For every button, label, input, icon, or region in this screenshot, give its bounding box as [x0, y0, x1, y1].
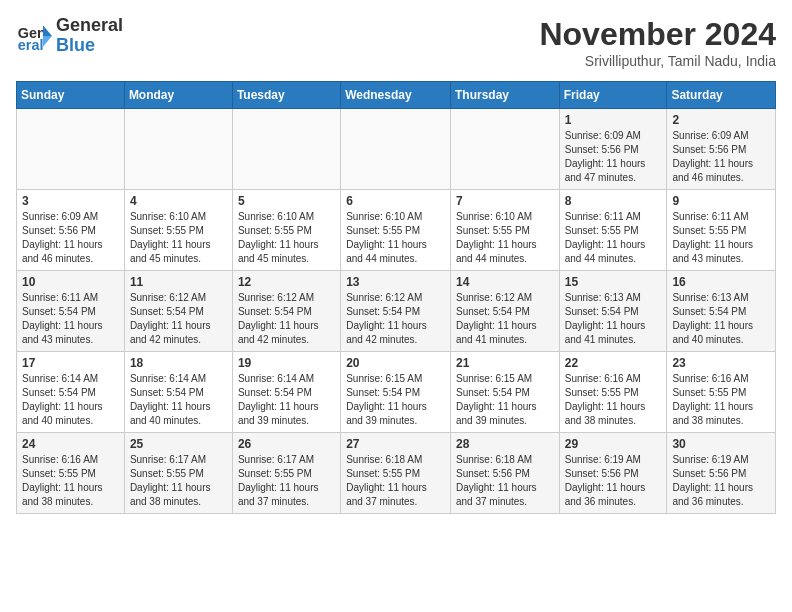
calendar-cell: 13Sunrise: 6:12 AMSunset: 5:54 PMDayligh…	[341, 271, 451, 352]
day-number: 29	[565, 437, 662, 451]
calendar-cell: 7Sunrise: 6:10 AMSunset: 5:55 PMDaylight…	[450, 190, 559, 271]
calendar-cell: 14Sunrise: 6:12 AMSunset: 5:54 PMDayligh…	[450, 271, 559, 352]
svg-marker-3	[43, 36, 52, 47]
day-info: Sunrise: 6:12 AMSunset: 5:54 PMDaylight:…	[456, 291, 554, 347]
day-info: Sunrise: 6:12 AMSunset: 5:54 PMDaylight:…	[130, 291, 227, 347]
day-info: Sunrise: 6:14 AMSunset: 5:54 PMDaylight:…	[130, 372, 227, 428]
calendar-cell	[124, 109, 232, 190]
day-info: Sunrise: 6:17 AMSunset: 5:55 PMDaylight:…	[238, 453, 335, 509]
svg-text:eral: eral	[18, 37, 44, 53]
logo-icon: Gen eral	[16, 18, 52, 54]
day-info: Sunrise: 6:09 AMSunset: 5:56 PMDaylight:…	[565, 129, 662, 185]
day-info: Sunrise: 6:10 AMSunset: 5:55 PMDaylight:…	[456, 210, 554, 266]
calendar-header-friday: Friday	[559, 82, 667, 109]
calendar-cell: 27Sunrise: 6:18 AMSunset: 5:55 PMDayligh…	[341, 433, 451, 514]
calendar-cell: 16Sunrise: 6:13 AMSunset: 5:54 PMDayligh…	[667, 271, 776, 352]
calendar-cell: 15Sunrise: 6:13 AMSunset: 5:54 PMDayligh…	[559, 271, 667, 352]
calendar-cell: 28Sunrise: 6:18 AMSunset: 5:56 PMDayligh…	[450, 433, 559, 514]
day-number: 27	[346, 437, 445, 451]
day-info: Sunrise: 6:10 AMSunset: 5:55 PMDaylight:…	[346, 210, 445, 266]
calendar-header-tuesday: Tuesday	[232, 82, 340, 109]
day-info: Sunrise: 6:19 AMSunset: 5:56 PMDaylight:…	[672, 453, 770, 509]
calendar-cell: 10Sunrise: 6:11 AMSunset: 5:54 PMDayligh…	[17, 271, 125, 352]
day-number: 22	[565, 356, 662, 370]
calendar-cell: 25Sunrise: 6:17 AMSunset: 5:55 PMDayligh…	[124, 433, 232, 514]
calendar-week-5: 24Sunrise: 6:16 AMSunset: 5:55 PMDayligh…	[17, 433, 776, 514]
day-number: 18	[130, 356, 227, 370]
calendar-cell: 30Sunrise: 6:19 AMSunset: 5:56 PMDayligh…	[667, 433, 776, 514]
calendar-cell: 17Sunrise: 6:14 AMSunset: 5:54 PMDayligh…	[17, 352, 125, 433]
day-info: Sunrise: 6:12 AMSunset: 5:54 PMDaylight:…	[346, 291, 445, 347]
day-info: Sunrise: 6:15 AMSunset: 5:54 PMDaylight:…	[456, 372, 554, 428]
logo-general: General	[56, 16, 123, 36]
calendar-cell	[17, 109, 125, 190]
calendar-cell: 8Sunrise: 6:11 AMSunset: 5:55 PMDaylight…	[559, 190, 667, 271]
calendar-header-thursday: Thursday	[450, 82, 559, 109]
day-number: 26	[238, 437, 335, 451]
logo-blue: Blue	[56, 36, 123, 56]
calendar-cell: 1Sunrise: 6:09 AMSunset: 5:56 PMDaylight…	[559, 109, 667, 190]
calendar-cell: 24Sunrise: 6:16 AMSunset: 5:55 PMDayligh…	[17, 433, 125, 514]
calendar-cell: 22Sunrise: 6:16 AMSunset: 5:55 PMDayligh…	[559, 352, 667, 433]
day-info: Sunrise: 6:18 AMSunset: 5:55 PMDaylight:…	[346, 453, 445, 509]
day-number: 12	[238, 275, 335, 289]
calendar-cell: 9Sunrise: 6:11 AMSunset: 5:55 PMDaylight…	[667, 190, 776, 271]
day-number: 24	[22, 437, 119, 451]
day-number: 19	[238, 356, 335, 370]
day-info: Sunrise: 6:09 AMSunset: 5:56 PMDaylight:…	[672, 129, 770, 185]
calendar-cell: 23Sunrise: 6:16 AMSunset: 5:55 PMDayligh…	[667, 352, 776, 433]
day-info: Sunrise: 6:18 AMSunset: 5:56 PMDaylight:…	[456, 453, 554, 509]
calendar-week-2: 3Sunrise: 6:09 AMSunset: 5:56 PMDaylight…	[17, 190, 776, 271]
day-info: Sunrise: 6:11 AMSunset: 5:55 PMDaylight:…	[672, 210, 770, 266]
day-number: 8	[565, 194, 662, 208]
calendar-cell: 2Sunrise: 6:09 AMSunset: 5:56 PMDaylight…	[667, 109, 776, 190]
day-info: Sunrise: 6:19 AMSunset: 5:56 PMDaylight:…	[565, 453, 662, 509]
day-number: 16	[672, 275, 770, 289]
calendar-cell: 20Sunrise: 6:15 AMSunset: 5:54 PMDayligh…	[341, 352, 451, 433]
day-number: 21	[456, 356, 554, 370]
day-info: Sunrise: 6:14 AMSunset: 5:54 PMDaylight:…	[238, 372, 335, 428]
calendar-week-4: 17Sunrise: 6:14 AMSunset: 5:54 PMDayligh…	[17, 352, 776, 433]
day-number: 17	[22, 356, 119, 370]
day-number: 9	[672, 194, 770, 208]
title-section: November 2024 Srivilliputhur, Tamil Nadu…	[539, 16, 776, 69]
calendar-cell	[341, 109, 451, 190]
day-number: 30	[672, 437, 770, 451]
day-info: Sunrise: 6:12 AMSunset: 5:54 PMDaylight:…	[238, 291, 335, 347]
day-number: 23	[672, 356, 770, 370]
day-number: 10	[22, 275, 119, 289]
day-number: 4	[130, 194, 227, 208]
day-info: Sunrise: 6:16 AMSunset: 5:55 PMDaylight:…	[22, 453, 119, 509]
calendar-cell: 5Sunrise: 6:10 AMSunset: 5:55 PMDaylight…	[232, 190, 340, 271]
calendar: SundayMondayTuesdayWednesdayThursdayFrid…	[16, 81, 776, 514]
day-info: Sunrise: 6:13 AMSunset: 5:54 PMDaylight:…	[672, 291, 770, 347]
calendar-cell	[450, 109, 559, 190]
day-info: Sunrise: 6:16 AMSunset: 5:55 PMDaylight:…	[672, 372, 770, 428]
calendar-cell: 26Sunrise: 6:17 AMSunset: 5:55 PMDayligh…	[232, 433, 340, 514]
day-number: 14	[456, 275, 554, 289]
svg-marker-2	[43, 25, 52, 36]
calendar-header-row: SundayMondayTuesdayWednesdayThursdayFrid…	[17, 82, 776, 109]
calendar-week-1: 1Sunrise: 6:09 AMSunset: 5:56 PMDaylight…	[17, 109, 776, 190]
day-info: Sunrise: 6:09 AMSunset: 5:56 PMDaylight:…	[22, 210, 119, 266]
day-number: 2	[672, 113, 770, 127]
day-info: Sunrise: 6:14 AMSunset: 5:54 PMDaylight:…	[22, 372, 119, 428]
calendar-header-wednesday: Wednesday	[341, 82, 451, 109]
day-number: 3	[22, 194, 119, 208]
day-number: 28	[456, 437, 554, 451]
page-header: Gen eral General Blue November 2024 Sriv…	[16, 16, 776, 69]
calendar-header-monday: Monday	[124, 82, 232, 109]
day-number: 1	[565, 113, 662, 127]
day-number: 11	[130, 275, 227, 289]
day-info: Sunrise: 6:11 AMSunset: 5:55 PMDaylight:…	[565, 210, 662, 266]
day-number: 5	[238, 194, 335, 208]
calendar-cell	[232, 109, 340, 190]
day-info: Sunrise: 6:10 AMSunset: 5:55 PMDaylight:…	[238, 210, 335, 266]
day-number: 7	[456, 194, 554, 208]
location: Srivilliputhur, Tamil Nadu, India	[539, 53, 776, 69]
month-title: November 2024	[539, 16, 776, 53]
day-info: Sunrise: 6:13 AMSunset: 5:54 PMDaylight:…	[565, 291, 662, 347]
day-info: Sunrise: 6:10 AMSunset: 5:55 PMDaylight:…	[130, 210, 227, 266]
logo-text: General Blue	[56, 16, 123, 56]
day-number: 15	[565, 275, 662, 289]
